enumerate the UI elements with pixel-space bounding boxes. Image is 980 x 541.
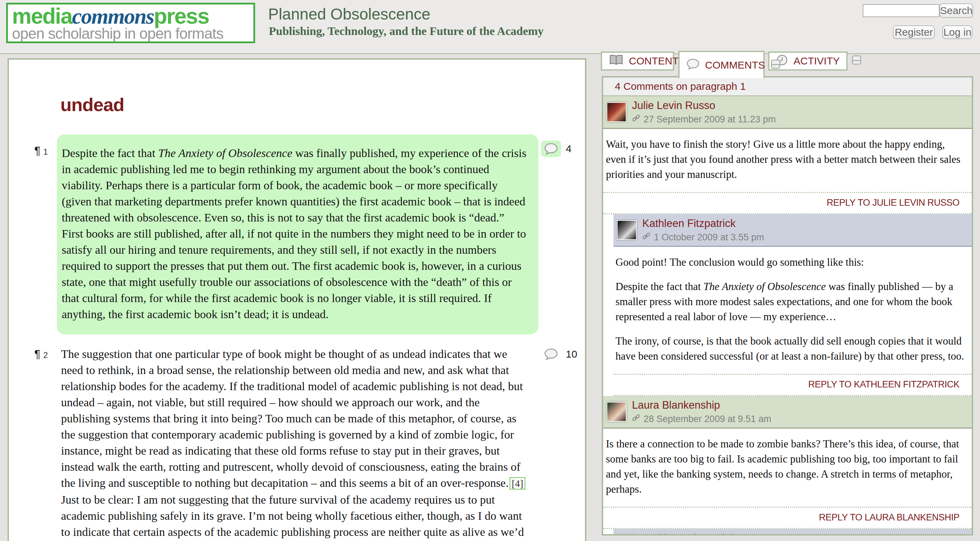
avatar[interactable] (606, 102, 627, 122)
comment-body: Good point! The conclusion would go some… (613, 247, 972, 374)
permalink-icon[interactable] (632, 414, 640, 425)
avatar[interactable] (606, 402, 627, 422)
comment-author[interactable]: Julie Levin Russo (632, 99, 776, 112)
comment-header: Kathleen Fitzpatrick 1 October 2009 at 3… (613, 214, 972, 247)
reply-link[interactable]: REPLY TO KATHLEEN FITZPATRICK (808, 379, 959, 390)
paragraph-2: ¶2 The suggestion that one particular ty… (9, 346, 585, 541)
comment-date[interactable]: 28 September 2009 at 9.51 am (644, 414, 771, 425)
tab-contents[interactable]: CONTENTS (601, 51, 674, 71)
reply-row: REPLY TO KATHLEEN FITZPATRICK (613, 374, 972, 396)
register-button[interactable]: Register (893, 25, 935, 39)
comment-author[interactable]: Kathleen Fitzpatrick (642, 532, 764, 536)
site-title[interactable]: Planned Obsolescence (268, 5, 430, 23)
comment-author[interactable]: Kathleen Fitzpatrick (642, 217, 764, 230)
paragraph-1-highlight[interactable]: Despite the fact that The Anxiety of Obs… (57, 134, 538, 334)
tab-comments[interactable]: COMMENTS (678, 51, 765, 78)
comment-header: Laura Blankenship 28 September 2009 at 9… (603, 396, 972, 428)
panel-toggle-icon[interactable] (770, 59, 781, 72)
permalink-icon[interactable] (632, 114, 640, 125)
reading-pane: undead ¶1 Despite the fact that The Anxi… (8, 58, 586, 541)
login-button[interactable]: Log in (942, 25, 972, 39)
speech-bubble-icon[interactable] (541, 346, 561, 363)
speech-bubble-icon (686, 59, 700, 72)
site-logo[interactable]: mediacommonspress open scholarship in op… (6, 3, 255, 43)
paragraph-2-marker[interactable]: ¶2 (34, 347, 48, 361)
avatar[interactable] (617, 220, 637, 240)
reply-row: REPLY TO JULIE LEVIN RUSSO (603, 192, 972, 214)
chapter-title: undead (60, 94, 585, 115)
footnote-link[interactable]: [4] (509, 477, 525, 490)
comment-header: Julie Levin Russo 27 September 2009 at 1… (603, 96, 972, 129)
comments-pane: 4 Comments on paragraph 1 Julie Levin Ru… (602, 76, 973, 536)
paragraph-2-comment-count[interactable]: 10 (541, 346, 577, 363)
search-input[interactable] (863, 4, 940, 17)
permalink-icon[interactable] (642, 232, 651, 243)
logo-wordmark: mediacommonspress (12, 6, 249, 27)
reply-link[interactable]: REPLY TO LAURA BLANKENSHIP (819, 512, 959, 522)
paragraph-1: ¶1 Despite the fact that The Anxiety of … (9, 134, 585, 334)
tab-contents-label: CONTENTS (629, 55, 686, 67)
speech-bubble-icon[interactable] (541, 140, 561, 157)
comment-date[interactable]: 1 October 2009 at 3.55 pm (654, 232, 764, 243)
comment-kathleen-fitzpatrick-2: Kathleen Fitzpatrick 1 October 2009 at 3… (613, 529, 972, 536)
logo-tagline: open scholarship in open formats (12, 26, 249, 41)
tab-activity-label: ACTIVITY (794, 55, 840, 67)
comment-author[interactable]: Laura Blankenship (632, 399, 771, 411)
comment-julie-levin-russo: Julie Levin Russo 27 September 2009 at 1… (603, 96, 972, 214)
reply-row: REPLY TO LAURA BLANKENSHIP (603, 507, 972, 529)
paragraph-1-comment-count[interactable]: 4 (541, 140, 572, 157)
comments-pane-header: 4 Comments on paragraph 1 (603, 78, 972, 96)
comment-header: Kathleen Fitzpatrick 1 October 2009 at 3… (613, 529, 972, 536)
comment-count-label[interactable]: 10 (566, 348, 577, 360)
search-button[interactable]: Search (940, 3, 973, 18)
page: { "colors": { "maroon": "#7b2021", "dark… (0, 0, 980, 541)
comment-kathleen-fitzpatrick-1: Kathleen Fitzpatrick 1 October 2009 at 3… (613, 214, 972, 396)
comment-body: Is there a connection to be made to zomb… (603, 428, 972, 507)
site-header: mediacommonspress open scholarship in op… (0, 0, 980, 54)
reply-link[interactable]: REPLY TO JULIE LEVIN RUSSO (827, 197, 959, 208)
tab-comments-label: COMMENTS (705, 59, 765, 71)
comment-laura-blankenship: Laura Blankenship 28 September 2009 at 9… (603, 396, 972, 529)
panel-toggle-icon[interactable] (851, 55, 862, 68)
comment-date[interactable]: 27 September 2009 at 11.23 pm (644, 114, 776, 125)
site-subtitle: Publishing, Technology, and the Future o… (269, 25, 544, 38)
comment-count-label[interactable]: 4 (566, 143, 572, 154)
comment-body: Wait, you have to finish the story! Give… (603, 129, 972, 192)
avatar[interactable] (617, 535, 637, 536)
paragraph-2-text: The suggestion that one particular type … (61, 346, 530, 541)
paragraph-1-text: Despite the fact that The Anxiety of Obs… (62, 145, 528, 322)
paragraph-1-marker[interactable]: ¶1 (34, 144, 48, 158)
book-icon (609, 54, 624, 68)
